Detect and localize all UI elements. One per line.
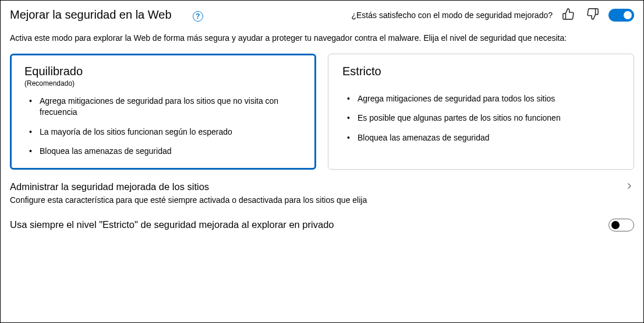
strict-private-toggle[interactable] [608,219,634,231]
balanced-features: Agrega mitigaciones de seguridad para lo… [24,96,307,157]
manage-sites-row[interactable]: Administrar la seguridad mejorada de los… [10,181,634,193]
header-row: Mejorar la seguridad en la Web ? ¿Estás … [10,5,634,24]
list-item: Bloquea las amenazas de seguridad [345,132,625,144]
manage-sites-description: Configure esta característica para que e… [10,195,634,205]
strict-features: Agrega mitigaciones de seguridad para to… [342,93,625,144]
list-item: Es posible que algunas partes de los sit… [345,113,625,124]
strict-private-label: Usa siempre el nivel "Estricto" de segur… [10,219,334,230]
list-item: La mayoría de los sitios funcionan según… [27,127,307,138]
feedback-prompt: ¿Estás satisfecho con el modo de segurid… [351,10,553,20]
page-title: Mejorar la seguridad en la Web [10,8,172,22]
balanced-subtitle: (Recomendado) [24,79,307,87]
list-item: Agrega mitigaciones de seguridad para to… [345,93,625,105]
enhance-security-toggle[interactable] [608,9,634,22]
list-item: Agrega mitigaciones de seguridad para lo… [27,96,307,118]
help-icon[interactable]: ? [193,11,203,22]
balanced-title: Equilibrado [24,65,307,78]
list-item: Bloquea las amenazas de seguridad [27,146,307,157]
strict-private-row: Usa siempre el nivel "Estricto" de segur… [10,219,634,231]
strict-title: Estricto [342,65,625,78]
strict-card[interactable]: Estricto Agrega mitigaciones de segurida… [328,54,634,170]
thumbs-up-button[interactable] [560,5,577,24]
security-level-cards: Equilibrado (Recomendado) Agrega mitigac… [10,54,634,170]
balanced-card[interactable]: Equilibrado (Recomendado) Agrega mitigac… [10,54,316,170]
thumbs-down-button[interactable] [584,5,601,24]
manage-sites-title: Administrar la seguridad mejorada de los… [10,181,209,192]
thumbs-down-icon [586,13,599,22]
chevron-right-icon [625,181,634,193]
description-text: Activa este modo para explorar la Web de… [10,33,634,44]
thumbs-up-icon [562,13,575,22]
